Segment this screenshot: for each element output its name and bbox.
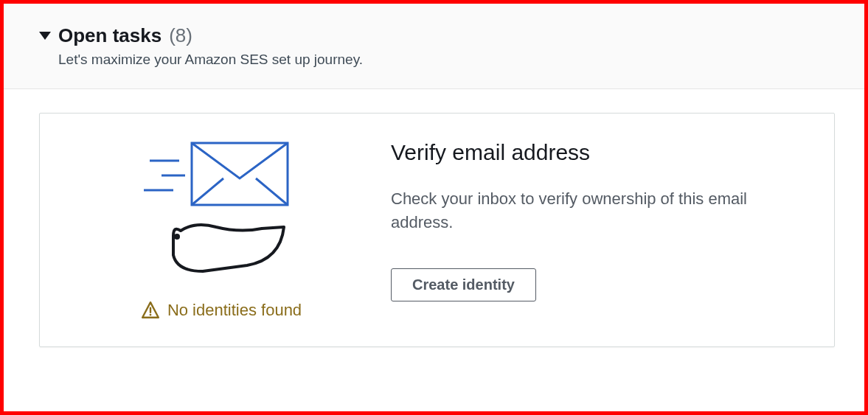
card-right-column: Verify email address Check your inbox to… — [391, 136, 808, 320]
content-area: No identities found Verify email address… — [4, 89, 864, 368]
card-description: Check your inbox to verify ownership of … — [391, 187, 789, 234]
screenshot-frame: Open tasks (8) Let's maximize your Amazo… — [0, 0, 868, 415]
verify-email-card: No identities found Verify email address… — [39, 113, 835, 347]
card-title: Verify email address — [391, 140, 808, 165]
svg-point-7 — [149, 314, 151, 316]
create-identity-button[interactable]: Create identity — [391, 268, 536, 301]
caret-down-icon — [39, 32, 51, 40]
status-row: No identities found — [141, 301, 302, 320]
open-tasks-title: Open tasks — [58, 24, 162, 47]
header-title-row: Open tasks (8) — [39, 24, 835, 47]
hand-envelope-icon — [136, 139, 306, 279]
warning-triangle-icon — [141, 301, 160, 320]
open-tasks-count: (8) — [169, 24, 192, 47]
card-left-column: No identities found — [66, 136, 376, 320]
status-text: No identities found — [167, 301, 302, 320]
svg-point-4 — [174, 234, 180, 240]
open-tasks-header[interactable]: Open tasks (8) Let's maximize your Amazo… — [4, 4, 864, 89]
open-tasks-subtitle: Let's maximize your Amazon SES set up jo… — [58, 52, 835, 68]
